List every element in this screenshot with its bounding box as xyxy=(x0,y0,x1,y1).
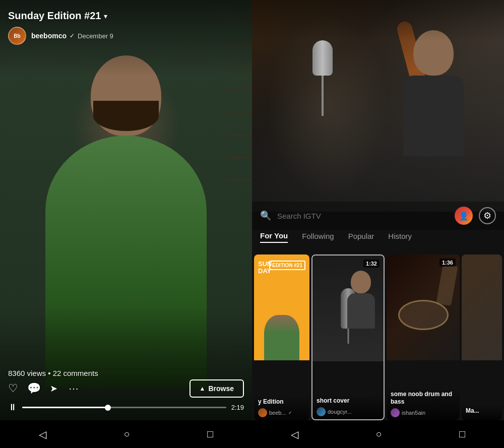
video-title: Sunday Edition #21 xyxy=(8,10,101,22)
mic-visual xyxy=(292,40,353,141)
comment-icon[interactable]: 💬 xyxy=(27,382,41,395)
edition-badge: EDITION #21 xyxy=(269,261,305,270)
card-thumb-1: SUNDAY EDITION #21 xyxy=(254,254,309,360)
duration-badge-3: 1:36 xyxy=(439,259,456,267)
time-display: 2:19 xyxy=(231,404,244,411)
video-grid: SUNDAY EDITION #21 y Edition beeb... ✓ xyxy=(252,254,504,420)
search-input[interactable] xyxy=(277,212,449,220)
duration-badge-2: 1:32 xyxy=(363,260,380,268)
video-card-sunday[interactable]: SUNDAY EDITION #21 y Edition beeb... ✓ xyxy=(254,254,309,420)
home-nav-icon[interactable]: ○ xyxy=(123,428,130,440)
food-bg xyxy=(462,254,502,360)
recents-nav-icon[interactable]: □ xyxy=(207,428,213,440)
card-verified-1: ✓ xyxy=(288,410,292,415)
person-body-thumb xyxy=(347,293,375,329)
more-options-icon[interactable]: ⋯ xyxy=(69,382,79,395)
person-beard xyxy=(93,101,159,131)
verified-badge-icon: ✓ xyxy=(70,32,75,39)
mic-thumb-visual xyxy=(341,255,356,361)
mic-stand xyxy=(322,76,324,116)
card-thumb-2 xyxy=(312,255,384,361)
progress-track[interactable] xyxy=(22,407,226,408)
search-icon[interactable]: 🔍 xyxy=(260,210,271,221)
like-icon[interactable]: ♡ xyxy=(8,382,18,395)
person-beside-mic xyxy=(346,271,376,331)
right-top-gradient xyxy=(252,0,504,40)
browse-button[interactable]: ▲ Browse xyxy=(190,379,244,398)
mic-body xyxy=(312,40,333,76)
browse-label: Browse xyxy=(208,385,234,393)
card-title-2: short cover xyxy=(317,397,380,405)
studio-person xyxy=(383,30,484,181)
video-card-food[interactable]: Ma... xyxy=(462,254,502,420)
settings-icon[interactable]: ⚙ xyxy=(479,207,496,224)
card-title-4: Ma... xyxy=(466,407,498,415)
progress-thumb[interactable] xyxy=(105,405,111,411)
nav-bar-left: ◁ ○ □ xyxy=(0,420,252,448)
tabs-bar: For You Following Popular History xyxy=(252,229,504,243)
card-title-3: some noob drum and bass xyxy=(391,391,456,406)
browse-arrow-icon: ▲ xyxy=(200,385,206,392)
tab-for-you[interactable]: For You xyxy=(260,229,288,243)
video-actions: ♡ 💬 ➤ ⋯ ▲ Browse xyxy=(0,379,252,398)
card-thumb-3 xyxy=(387,254,460,360)
dropdown-arrow-icon[interactable]: ▾ xyxy=(104,12,107,20)
card-info-1: y Edition beeb... ✓ xyxy=(254,395,309,420)
card-thumb-4 xyxy=(462,254,502,360)
card-title-1: y Edition xyxy=(258,398,305,406)
search-bar: 🔍 👤 ⚙ xyxy=(252,202,504,230)
video-card-drum[interactable]: 1:36 some noob drum and bass ishan5ain xyxy=(387,254,460,420)
progress-bar-container: ⏸ 2:19 xyxy=(8,402,244,413)
title-row: Sunday Edition #21 ▾ xyxy=(8,10,244,22)
channel-info: Bb beebomco ✓ December 9 xyxy=(8,27,244,45)
card-channel-row-3: ishan5ain xyxy=(391,408,456,417)
card-channel-row-2: dougcyr... xyxy=(317,407,380,416)
video-stats: 8360 views • 22 comments xyxy=(8,369,98,377)
card-channel-name-2: dougcyr... xyxy=(328,409,352,415)
action-icons-group: ♡ 💬 ➤ ⋯ xyxy=(8,382,190,395)
recents-nav-right-icon[interactable]: □ xyxy=(459,428,465,440)
right-igtv-panel: 🔍 👤 ⚙ For You Following Popular History … xyxy=(252,0,504,448)
sunday-person-mini xyxy=(264,315,299,360)
play-pause-icon[interactable]: ⏸ xyxy=(8,402,17,413)
video-card-short-cover[interactable]: 1:32 short cover dougcyr... xyxy=(311,254,385,420)
home-nav-right-icon[interactable]: ○ xyxy=(375,428,382,440)
tab-following[interactable]: Following xyxy=(302,230,334,242)
channel-name-date: beebomco ✓ December 9 xyxy=(31,32,113,40)
card-channel-avatar-3 xyxy=(391,408,400,417)
back-nav-right-icon[interactable]: ◁ xyxy=(291,428,298,440)
studio-person-body xyxy=(403,76,464,156)
avatar-text: Bb xyxy=(14,33,20,39)
card-channel-avatar-1 xyxy=(258,408,267,417)
back-nav-icon[interactable]: ◁ xyxy=(39,428,46,440)
card-channel-avatar-2 xyxy=(317,407,326,416)
card-info-4: Ma... xyxy=(462,404,502,420)
person-head-thumb xyxy=(351,271,371,293)
progress-fill xyxy=(22,407,108,408)
card-info-2: short cover dougcyr... xyxy=(312,394,384,419)
tab-popular[interactable]: Popular xyxy=(348,230,374,242)
sunday-thumbnail: SUNDAY EDITION #21 xyxy=(254,254,309,360)
profile-avatar[interactable]: 👤 xyxy=(455,207,473,225)
card-channel-name-1: beeb... xyxy=(269,410,286,416)
video-header: Sunday Edition #21 ▾ Bb beebomco ✓ Decem… xyxy=(0,0,252,51)
left-video-panel: Sunday Edition #21 ▾ Bb beebomco ✓ Decem… xyxy=(0,0,252,448)
nav-bar-right: ◁ ○ □ xyxy=(252,420,504,448)
channel-name[interactable]: beebomco xyxy=(31,32,67,40)
card-channel-row-1: beeb... ✓ xyxy=(258,408,305,417)
card-info-3: some noob drum and bass ishan5ain xyxy=(387,388,460,420)
card-channel-name-3: ishan5ain xyxy=(402,410,425,416)
tab-history[interactable]: History xyxy=(388,230,412,242)
channel-avatar[interactable]: Bb xyxy=(8,27,26,45)
video-date: December 9 xyxy=(78,32,113,40)
share-icon[interactable]: ➤ xyxy=(50,383,57,394)
drum-visual xyxy=(398,300,449,330)
